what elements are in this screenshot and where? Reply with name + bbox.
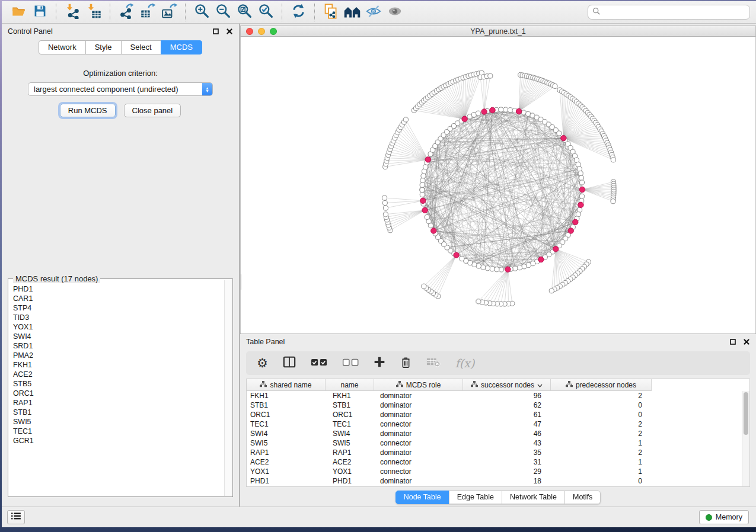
table-row[interactable]: ORC1ORC1dominator610 [247, 410, 749, 419]
mcds-result-box: MCDS result (17 nodes) PHD1CAR1STP4TID3Y… [8, 278, 233, 497]
search-input[interactable] [604, 8, 745, 17]
select-all-button[interactable] [311, 358, 327, 368]
zoom-selected-icon [258, 3, 274, 21]
hide-selected-button[interactable] [363, 3, 384, 22]
column-header-name[interactable]: name [326, 379, 374, 391]
import-table-button[interactable] [83, 3, 104, 22]
tab-network[interactable]: Network [39, 40, 86, 55]
close-panel-icon[interactable] [743, 338, 750, 345]
column-header-shared-name[interactable]: shared name [247, 379, 326, 391]
tab-edge-table[interactable]: Edge Table [449, 491, 502, 504]
column-header-predecessor-nodes[interactable]: predecessor nodes [551, 379, 652, 391]
zoom-selected-button[interactable] [255, 3, 276, 22]
result-list-item[interactable]: SWI5 [13, 417, 221, 427]
cell-successor-nodes: 43 [463, 439, 551, 447]
plus-icon [374, 356, 385, 370]
cell-shared-name: RAP1 [247, 448, 326, 457]
copy-network-view-button[interactable] [320, 3, 342, 22]
column-header-successor-nodes[interactable]: successor nodes [463, 379, 551, 391]
table-row[interactable]: ACE2ACE2connector311 [247, 457, 749, 467]
close-panel-button[interactable]: Close panel [124, 104, 181, 117]
run-mcds-button[interactable]: Run MCDS [60, 104, 116, 117]
cell-shared-name: SWI5 [247, 439, 326, 447]
result-list-item[interactable]: RAP1 [13, 398, 221, 408]
control-panel-titlebar: Control Panel [2, 24, 239, 39]
table-row[interactable]: YOX1YOX1connector291 [247, 467, 749, 476]
open-folder-icon [11, 4, 27, 21]
table-row[interactable]: PHD1PHD1dominator180 [247, 476, 749, 486]
tab-mcds[interactable]: MCDS [161, 40, 202, 55]
import-table-icon [85, 3, 102, 21]
refresh-view-button[interactable] [288, 3, 309, 22]
add-column-button[interactable] [374, 356, 385, 370]
result-list-item[interactable]: CAR1 [13, 294, 221, 303]
close-panel-icon[interactable] [226, 28, 233, 35]
zoom-out-button[interactable] [212, 3, 234, 22]
memory-button[interactable]: Memory [699, 510, 749, 524]
scrollbar-thumb[interactable] [744, 392, 748, 435]
result-list-item[interactable]: STB5 [13, 379, 221, 389]
cell-successor-nodes: 29 [463, 467, 551, 476]
import-network-button[interactable] [62, 3, 83, 22]
table-row[interactable]: SWI4SWI4dominator462 [247, 429, 749, 438]
result-list-item[interactable]: PMA2 [13, 351, 221, 360]
search-icon [592, 7, 601, 18]
mcds-result-scrollbar[interactable] [224, 280, 232, 496]
result-list-item[interactable]: ORC1 [13, 389, 221, 398]
zoom-in-button[interactable] [191, 3, 212, 22]
show-all-button[interactable] [384, 3, 406, 22]
cell-predecessor-nodes: 1 [551, 467, 652, 476]
zoom-fit-button[interactable] [234, 3, 255, 22]
table-row[interactable]: TEC1TEC1connector472 [247, 419, 749, 429]
cell-shared-name: SWI4 [247, 430, 326, 438]
table-row[interactable]: RAP1RAP1dominator352 [247, 448, 749, 457]
tab-node-table[interactable]: Node Table [395, 491, 449, 504]
memory-label: Memory [716, 513, 742, 521]
column-header-MCDS-role[interactable]: MCDS role [374, 379, 463, 391]
tab-select[interactable]: Select [121, 40, 161, 55]
tab-motifs[interactable]: Motifs [564, 491, 601, 504]
result-list-item[interactable]: PHD1 [13, 284, 221, 294]
search-box[interactable] [588, 5, 750, 20]
trash-icon [400, 356, 412, 371]
table-scrollbar[interactable] [742, 391, 749, 486]
table-options-button[interactable]: ⚙ [257, 357, 268, 370]
result-list-item[interactable]: ACE2 [13, 370, 221, 379]
network-canvas[interactable] [240, 37, 756, 334]
export-table-button[interactable] [137, 3, 158, 22]
tab-style[interactable]: Style [85, 40, 122, 55]
export-network-button[interactable] [116, 3, 137, 22]
result-list-item[interactable]: STB1 [13, 408, 221, 417]
table-row[interactable]: FKH1FKH1dominator962 [247, 391, 749, 400]
first-neighbors-button[interactable] [342, 3, 363, 22]
result-list-item[interactable]: TID3 [13, 313, 221, 322]
split-divider-handle[interactable] [240, 274, 241, 290]
tab-network-table[interactable]: Network Table [502, 491, 565, 504]
result-list-item[interactable]: GCR1 [13, 436, 221, 446]
toolbar-separator [314, 4, 315, 21]
cell-successor-nodes: 62 [463, 401, 551, 409]
result-list-item[interactable]: FKH1 [13, 360, 221, 370]
table-row[interactable]: SWI5SWI5connector431 [247, 438, 749, 448]
float-panel-icon[interactable] [212, 28, 219, 35]
cell-MCDS-role: dominator [374, 448, 463, 457]
result-list-item[interactable]: SWI4 [13, 332, 221, 341]
result-list-item[interactable]: TEC1 [13, 427, 221, 436]
optimization-criterion-select[interactable]: largest connected component (undirected)… [28, 82, 213, 96]
network-graph[interactable] [241, 37, 754, 334]
panel-list-button[interactable] [7, 510, 25, 524]
export-image-button[interactable] [158, 3, 180, 22]
float-panel-icon[interactable] [729, 338, 736, 345]
cell-shared-name: ORC1 [247, 411, 326, 419]
export-table-icon [139, 3, 156, 21]
show-columns-button[interactable] [283, 355, 296, 371]
result-list-item[interactable]: YOX1 [13, 322, 221, 332]
delete-column-button[interactable] [400, 356, 412, 371]
first-neighbors-icon [343, 4, 361, 21]
open-session-button[interactable] [8, 3, 29, 22]
result-list-item[interactable]: STP4 [13, 303, 221, 313]
deselect-all-button[interactable] [342, 358, 359, 368]
result-list-item[interactable]: SRD1 [13, 341, 221, 351]
save-session-button[interactable] [29, 3, 50, 22]
table-row[interactable]: STB1STB1dominator620 [247, 400, 749, 410]
